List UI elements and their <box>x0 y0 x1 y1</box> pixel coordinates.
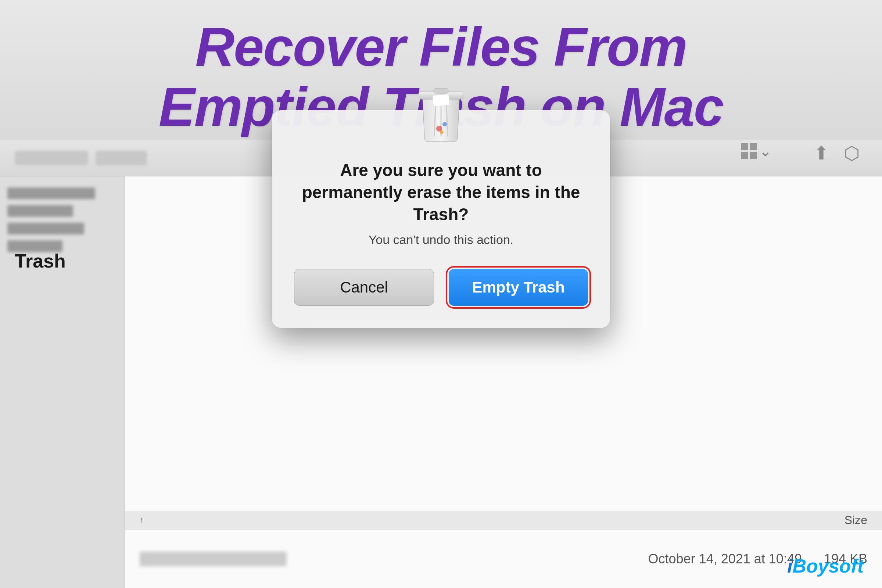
toolbar-pill-2 <box>96 151 147 165</box>
empty-trash-dialog: Are you sure you want to permanently era… <box>272 110 610 328</box>
file-row: October 14, 2021 at 10:49 194 KB <box>125 529 882 588</box>
chevron-down-icon[interactable]: ⌄ <box>759 142 772 159</box>
file-name-blurred <box>140 552 286 566</box>
finder-sidebar <box>0 176 125 588</box>
svg-point-7 <box>442 122 447 126</box>
column-header-size: Size <box>844 513 867 527</box>
trash-icon-container <box>412 81 470 148</box>
share-icon[interactable]: ⬆ <box>814 142 829 164</box>
toolbar-pill-1 <box>15 151 88 165</box>
sidebar-trash-label: Trash <box>15 250 66 272</box>
title-line1: Recover Files From <box>195 16 687 77</box>
grid-view-icon <box>741 143 757 159</box>
trash-can-icon <box>412 81 470 147</box>
sidebar-item-2 <box>8 205 73 217</box>
sort-arrow-icon: ↑ <box>140 515 144 525</box>
dialog-title: Are you sure you want to permanently era… <box>272 159 610 225</box>
file-date: October 14, 2021 at 10:49 <box>648 551 802 567</box>
grid-dot-1 <box>741 143 748 150</box>
dialog-subtitle: You can't undo this action. <box>369 232 514 247</box>
grid-dot-2 <box>750 143 757 150</box>
column-header: ↑ Size <box>125 511 882 529</box>
empty-trash-button[interactable]: Empty Trash <box>449 269 588 306</box>
sidebar-item-1 <box>8 188 95 199</box>
iboysoft-i-letter: i <box>787 555 792 577</box>
svg-rect-1 <box>434 88 448 93</box>
iboysoft-brand: iBoysoft <box>787 555 864 577</box>
iboysoft-name: Boysoft <box>792 555 864 577</box>
grid-dot-3 <box>741 152 748 159</box>
svg-rect-5 <box>432 94 450 106</box>
toolbar-right-icons: ⬆ ⬡ <box>814 142 860 164</box>
sidebar-item-3 <box>8 223 84 234</box>
dialog-buttons: Cancel Empty Trash <box>272 269 610 306</box>
grid-dot-4 <box>750 152 757 159</box>
view-switcher[interactable]: ⌄ <box>741 142 772 159</box>
tag-icon[interactable]: ⬡ <box>844 142 860 164</box>
cancel-button[interactable]: Cancel <box>294 269 434 306</box>
svg-point-8 <box>440 130 444 134</box>
